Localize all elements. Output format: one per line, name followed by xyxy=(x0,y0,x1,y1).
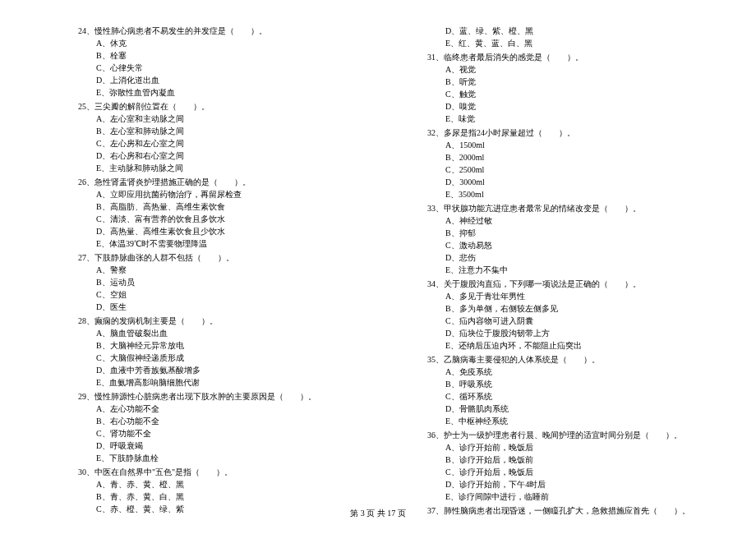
question-text: 27、下肢静脉曲张的人群不包括（ ）。 xyxy=(78,251,362,264)
option: E、红、黄、蓝、白、黑 xyxy=(427,37,740,49)
option: E、中枢神经系统 xyxy=(427,415,740,427)
option: A、脑血管破裂出血 xyxy=(78,327,362,339)
question-text: 26、急性肾盂肾炎护理措施正确的是（ ）。 xyxy=(78,176,362,188)
option: A、免疫系统 xyxy=(427,366,740,378)
question: 26、急性肾盂肾炎护理措施正确的是（ ）。A、立即应用抗菌药物治疗，再留尿检查B… xyxy=(78,176,362,250)
question: 36、护士为一级护理患者行晨、晚间护理的适宜时间分别是（ ）。A、诊疗开始前，晚… xyxy=(427,429,740,503)
question-text: 28、癫痫的发病机制主要是（ ）。 xyxy=(78,315,362,327)
option: E、下肢静脉血栓 xyxy=(78,452,362,464)
option: E、弥散性血管内凝血 xyxy=(78,86,362,99)
option: D、悲伤 xyxy=(427,251,740,264)
option: E、味觉 xyxy=(427,113,740,125)
question: 31、临终患者最后消失的感觉是（ ）。A、视觉B、听觉C、触觉D、嗅觉E、味觉 xyxy=(427,51,740,125)
option: B、听觉 xyxy=(427,76,740,88)
option: A、休克 xyxy=(78,37,362,49)
option: C、清淡、富有营养的饮食且多饮水 xyxy=(78,213,362,225)
question: 32、多尿是指24小时尿量超过（ ）。A、1500mlB、2000mlC、250… xyxy=(427,127,740,200)
question-continuation: D、蓝、绿、紫、橙、黑E、红、黄、蓝、白、黑 xyxy=(427,25,740,49)
option: A、神经过敏 xyxy=(427,214,740,227)
question-text: 24、慢性肺心病患者不易发生的并发症是（ ）。 xyxy=(78,25,362,37)
option: C、空姐 xyxy=(78,288,362,301)
option: B、高脂肪、高热量、高维生素饮食 xyxy=(78,200,362,213)
option: C、触觉 xyxy=(427,88,740,100)
option: E、诊疗间隙中进行，临睡前 xyxy=(427,490,740,503)
option: D、3000ml xyxy=(427,176,740,188)
option: E、体温39℃时不需要物理降温 xyxy=(78,237,362,250)
question-text: 34、关于腹股沟直疝，下列哪一项说法是正确的（ ）。 xyxy=(427,278,740,290)
option: E、主动脉和肺动脉之间 xyxy=(78,162,362,174)
option: C、肾功能不全 xyxy=(78,427,362,440)
option: B、大脑神经元异常放电 xyxy=(78,339,362,352)
option: C、心律失常 xyxy=(78,62,362,74)
option: D、医生 xyxy=(78,301,362,313)
option: B、右心功能不全 xyxy=(78,415,362,427)
option: D、高热量、高维生素饮食且少饮水 xyxy=(78,225,362,237)
option: B、青、赤、黄、白、黑 xyxy=(78,490,362,503)
option: E、注意力不集中 xyxy=(427,264,740,276)
option: B、栓塞 xyxy=(78,49,362,62)
option: C、诊疗开始后，晚饭后 xyxy=(427,466,740,478)
option: C、2500ml xyxy=(427,163,740,176)
question: 25、三尖瓣的解剖位置在（ ）。A、左心室和主动脉之间B、左心室和肺动脉之间C、… xyxy=(78,100,362,174)
question: 35、乙脑病毒主要侵犯的人体系统是（ ）。A、免疫系统B、呼吸系统C、循环系统D… xyxy=(427,353,740,427)
option: B、呼吸系统 xyxy=(427,378,740,390)
option: B、左心室和肺动脉之间 xyxy=(78,125,362,137)
option: D、骨骼肌肉系统 xyxy=(427,403,740,415)
question: 34、关于腹股沟直疝，下列哪一项说法是正确的（ ）。A、多见于青壮年男性B、多为… xyxy=(427,278,740,352)
option: D、蓝、绿、紫、橙、黑 xyxy=(427,25,740,37)
question-text: 29、慢性肺源性心脏病患者出现下肢水肿的主要原因是（ ）。 xyxy=(78,390,362,403)
option: A、立即应用抗菌药物治疗，再留尿检查 xyxy=(78,188,362,200)
option: D、血液中芳香族氨基酸增多 xyxy=(78,364,362,376)
option: A、多见于青壮年男性 xyxy=(427,290,740,302)
option: D、疝块位于腹股沟韧带上方 xyxy=(427,327,740,339)
option: D、上消化道出血 xyxy=(78,74,362,86)
question: 27、下肢静脉曲张的人群不包括（ ）。A、警察B、运动员C、空姐D、医生 xyxy=(78,251,362,313)
option: C、激动易怒 xyxy=(427,239,740,251)
right-column: D、蓝、绿、紫、橙、黑E、红、黄、蓝、白、黑31、临终患者最后消失的感觉是（ ）… xyxy=(378,25,756,518)
option: D、呼吸衰竭 xyxy=(78,440,362,452)
question: 24、慢性肺心病患者不易发生的并发症是（ ）。A、休克B、栓塞C、心律失常D、上… xyxy=(78,25,362,99)
option: B、多为单侧，右侧较左侧多见 xyxy=(427,302,740,315)
option: E、3500ml xyxy=(427,188,740,200)
question-text: 35、乙脑病毒主要侵犯的人体系统是（ ）。 xyxy=(427,353,740,366)
option: A、警察 xyxy=(78,264,362,276)
option: A、1500ml xyxy=(427,139,740,151)
option: C、左心房和左心室之间 xyxy=(78,137,362,150)
option: E、血氨增高影响脑细胞代谢 xyxy=(78,376,362,389)
question-text: 36、护士为一级护理患者行晨、晚间护理的适宜时间分别是（ ）。 xyxy=(427,429,740,441)
question: 28、癫痫的发病机制主要是（ ）。A、脑血管破裂出血B、大脑神经元异常放电C、大… xyxy=(78,315,362,389)
option: B、2000ml xyxy=(427,151,740,163)
question-text: 33、甲状腺功能亢进症患者最常见的情绪改变是（ ）。 xyxy=(427,202,740,214)
question-text: 31、临终患者最后消失的感觉是（ ）。 xyxy=(427,51,740,63)
option: B、抑郁 xyxy=(427,227,740,239)
option: C、疝内容物可进入阴囊 xyxy=(427,315,740,327)
option: D、右心房和右心室之间 xyxy=(78,150,362,162)
option: D、嗅觉 xyxy=(427,100,740,113)
option: C、大脑假神经递质形成 xyxy=(78,352,362,364)
option: E、还纳后压迫内环，不能阻止疝突出 xyxy=(427,339,740,352)
question-text: 32、多尿是指24小时尿量超过（ ）。 xyxy=(427,127,740,139)
option: C、循环系统 xyxy=(427,390,740,403)
question-text: 30、中医在自然界中"五色"是指（ ）。 xyxy=(78,466,362,478)
question-text: 25、三尖瓣的解剖位置在（ ）。 xyxy=(78,100,362,113)
option: A、左心功能不全 xyxy=(78,403,362,415)
option: A、诊疗开始前，晚饭后 xyxy=(427,441,740,453)
page-footer: 第 3 页 共 17 页 xyxy=(0,508,756,519)
option: A、青、赤、黄、橙、黑 xyxy=(78,478,362,490)
left-column: 24、慢性肺心病患者不易发生的并发症是（ ）。A、休克B、栓塞C、心律失常D、上… xyxy=(0,25,378,518)
option: A、左心室和主动脉之间 xyxy=(78,113,362,125)
option: D、诊疗开始前，下午4时后 xyxy=(427,478,740,490)
question: 29、慢性肺源性心脏病患者出现下肢水肿的主要原因是（ ）。A、左心功能不全B、右… xyxy=(78,390,362,464)
option: B、诊疗开始后，晚饭前 xyxy=(427,453,740,466)
question: 33、甲状腺功能亢进症患者最常见的情绪改变是（ ）。A、神经过敏B、抑郁C、激动… xyxy=(427,202,740,276)
option: B、运动员 xyxy=(78,276,362,288)
option: A、视觉 xyxy=(427,63,740,76)
